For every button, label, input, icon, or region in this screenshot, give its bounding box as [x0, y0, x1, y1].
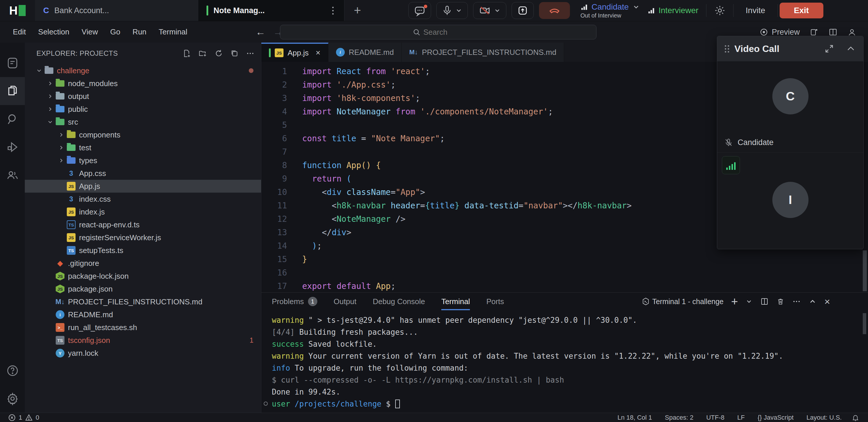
- tree-file-run_all_testcases.sh[interactable]: >_run_all_testcases.sh: [25, 321, 261, 334]
- split-terminal-icon[interactable]: [760, 297, 769, 306]
- chevron-right-icon[interactable]: [46, 93, 55, 99]
- tree-folder-test[interactable]: test: [25, 141, 261, 154]
- tree-file-index.js[interactable]: JSindex.js: [25, 206, 261, 218]
- editor-tab-instructions[interactable]: M↓ PROJECT_FILES_INSTRUCTIONS.md: [402, 42, 564, 62]
- question-tab-note-manager[interactable]: Note Manag...: [198, 0, 344, 21]
- chevron-down-icon[interactable]: [745, 298, 752, 305]
- preview-button[interactable]: Preview: [760, 28, 800, 37]
- tree-file-yarn.lock[interactable]: Yyarn.lock: [25, 347, 261, 360]
- collapse-chevron-icon[interactable]: [846, 44, 856, 54]
- chevron-up-icon[interactable]: [808, 297, 817, 306]
- accounts-icon[interactable]: [0, 161, 25, 189]
- tree-folder-node_modules[interactable]: node_modules: [25, 77, 261, 90]
- status-item-utf-8[interactable]: UTF-8: [706, 414, 724, 421]
- close-icon[interactable]: ×: [316, 48, 320, 58]
- candidate-status[interactable]: Candidate Out of Interview: [581, 2, 640, 19]
- tree-file-index.css[interactable]: 3index.css: [25, 192, 261, 206]
- video-call-panel[interactable]: Video Call C Candidate I: [717, 36, 864, 249]
- status-item-lf[interactable]: LF: [737, 414, 745, 421]
- tree-file-tsconfig.json[interactable]: TStsconfig.json1: [25, 334, 261, 347]
- search-icon[interactable]: [0, 105, 25, 133]
- chevron-right-icon[interactable]: [46, 80, 55, 87]
- close-panel-icon[interactable]: ×: [824, 296, 830, 307]
- files-icon[interactable]: [0, 77, 25, 105]
- status-item--javascript[interactable]: {} JavaScript: [757, 414, 794, 421]
- chat-button[interactable]: [408, 2, 431, 19]
- tree-folder-components[interactable]: components: [25, 128, 261, 141]
- tree-folder-challenge[interactable]: challenge: [25, 64, 261, 77]
- chevron-right-icon[interactable]: [46, 106, 55, 112]
- expand-icon[interactable]: [824, 44, 834, 54]
- tree-file-project_files_instructions.md[interactable]: M↓PROJECT_FILES_INSTRUCTIONS.md: [25, 295, 261, 308]
- camera-button[interactable]: [473, 2, 506, 19]
- notifications-bell-icon[interactable]: [852, 414, 868, 421]
- tree-file-app.css[interactable]: 3App.css: [25, 167, 261, 180]
- tree-folder-public[interactable]: public: [25, 103, 261, 116]
- add-question-tab-button[interactable]: +: [344, 0, 370, 21]
- hang-up-button[interactable]: [539, 2, 570, 19]
- split-layout-icon[interactable]: [828, 28, 838, 36]
- kebab-menu-icon[interactable]: [330, 4, 336, 17]
- panel-tab-terminal[interactable]: Terminal: [441, 293, 470, 310]
- invite-button[interactable]: Invite: [741, 6, 770, 15]
- tasks-icon[interactable]: [0, 49, 25, 77]
- gear-icon[interactable]: [714, 5, 726, 16]
- menu-view[interactable]: View: [78, 26, 102, 38]
- debug-icon[interactable]: [0, 133, 25, 161]
- tree-folder-types[interactable]: types: [25, 154, 261, 167]
- chevron-down-icon[interactable]: [455, 7, 462, 14]
- settings-icon[interactable]: [0, 385, 25, 413]
- status-item-ln-18-col-1[interactable]: Ln 18, Col 1: [617, 414, 652, 421]
- panel-tab-output[interactable]: Output: [334, 293, 356, 310]
- editor-tab-app-js[interactable]: JS App.js ×: [261, 42, 329, 62]
- search-input[interactable]: [424, 28, 464, 37]
- tree-file-package-lock.json[interactable]: JSpackage-lock.json: [25, 270, 261, 282]
- tree-file-package.json[interactable]: JSpackage.json: [25, 282, 261, 295]
- new-terminal-icon[interactable]: +: [731, 295, 738, 308]
- chevron-down-icon[interactable]: [46, 119, 55, 125]
- editor-scrollbar[interactable]: [863, 250, 867, 291]
- panel-tab-problems[interactable]: Problems1: [272, 293, 317, 310]
- terminal-scrollbar[interactable]: [863, 313, 866, 334]
- chevron-right-icon[interactable]: [57, 131, 66, 138]
- question-tab-bank-account[interactable]: C Bank Account...: [35, 0, 198, 21]
- new-folder-icon[interactable]: [198, 49, 207, 58]
- help-icon[interactable]: [0, 357, 25, 385]
- status-item-spaces-2[interactable]: Spaces: 2: [665, 414, 693, 421]
- trash-icon[interactable]: [776, 297, 784, 306]
- status-item-layout-u-s-[interactable]: Layout: U.S.: [806, 414, 842, 421]
- chevron-right-icon[interactable]: [57, 145, 66, 151]
- chevron-down-icon[interactable]: [494, 7, 501, 14]
- menu-edit[interactable]: Edit: [9, 26, 30, 38]
- tree-file-app.js[interactable]: JSApp.js: [25, 180, 261, 192]
- refresh-icon[interactable]: [214, 49, 223, 58]
- tree-file-readme.md[interactable]: iREADME.md: [25, 308, 261, 321]
- screen-share-button[interactable]: [512, 2, 534, 19]
- exit-button[interactable]: Exit: [780, 3, 824, 19]
- chevron-down-icon[interactable]: [632, 3, 640, 11]
- account-icon[interactable]: [847, 28, 856, 36]
- panel-tab-ports[interactable]: Ports: [486, 293, 504, 310]
- tree-file-registerserviceworker.js[interactable]: JSregisterServiceWorker.js: [25, 231, 261, 244]
- menu-terminal[interactable]: Terminal: [155, 26, 191, 38]
- terminal-instance[interactable]: Terminal 1 - challenge: [642, 297, 724, 306]
- chevron-down-icon[interactable]: [35, 67, 43, 74]
- collapse-folders-icon[interactable]: [230, 49, 239, 58]
- open-preview-side-icon[interactable]: [810, 28, 818, 36]
- back-arrow-icon[interactable]: ←: [255, 26, 266, 38]
- tree-folder-output[interactable]: output: [25, 90, 261, 103]
- tree-file-react-app-env.d.ts[interactable]: TSreact-app-env.d.ts: [25, 218, 261, 231]
- menu-selection[interactable]: Selection: [34, 26, 73, 38]
- command-search[interactable]: [280, 25, 596, 39]
- chevron-right-icon[interactable]: [57, 157, 66, 164]
- editor-tab-readme[interactable]: i README.md: [329, 42, 402, 62]
- more-actions-icon[interactable]: [792, 297, 801, 306]
- panel-tab-debug-console[interactable]: Debug Console: [373, 293, 425, 310]
- menu-go[interactable]: Go: [106, 26, 125, 38]
- tree-file-.gitignore[interactable]: ◆.gitignore: [25, 257, 261, 270]
- drag-handle-icon[interactable]: [725, 45, 729, 53]
- microphone-button[interactable]: [436, 2, 468, 19]
- menu-run[interactable]: Run: [128, 26, 151, 38]
- terminal-output[interactable]: warning " > ts-jest@29.4.0" has unmet pe…: [261, 310, 868, 410]
- new-file-icon[interactable]: [182, 49, 191, 58]
